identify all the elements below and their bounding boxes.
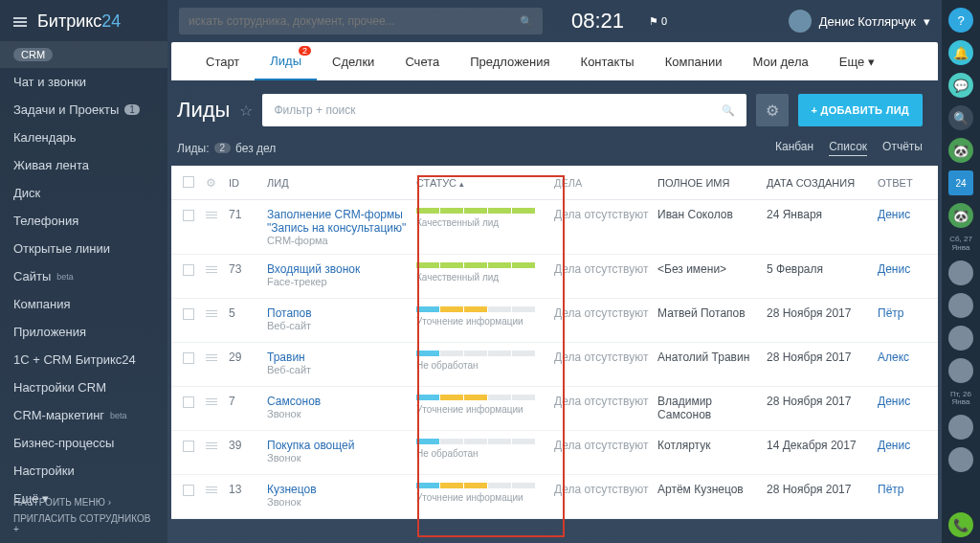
avatar[interactable]	[948, 415, 973, 440]
table-row[interactable]: 13КузнецовЗвонокУточнение информацииДела…	[171, 475, 938, 519]
responsible-link[interactable]: Денис	[878, 208, 910, 221]
avatar[interactable]	[948, 447, 973, 472]
tab[interactable]: Предложения	[455, 42, 565, 80]
tab[interactable]: Сделки	[317, 42, 390, 80]
filter-input[interactable]: Фильтр + поиск	[262, 94, 746, 126]
row-menu-icon[interactable]	[206, 485, 217, 495]
lead-link[interactable]: Входящий звонок	[267, 262, 411, 276]
status-bar[interactable]	[416, 262, 554, 268]
row-checkbox[interactable]	[183, 396, 194, 408]
row-menu-icon[interactable]	[206, 210, 217, 220]
lead-link[interactable]: Кузнецов	[267, 483, 411, 496]
status-bar[interactable]	[416, 439, 554, 444]
sidebar-item[interactable]: CRM	[0, 41, 167, 68]
sidebar-item[interactable]: Компания	[0, 290, 167, 318]
lead-link[interactable]: Заполнение CRM-формы "Запись на консульт…	[267, 208, 411, 235]
help-icon[interactable]: ?	[948, 8, 973, 33]
tab[interactable]: Мои дела	[737, 42, 823, 80]
row-checkbox[interactable]	[183, 264, 194, 276]
sidebar-item[interactable]: CRM-маркетингbeta	[0, 401, 167, 429]
row-menu-icon[interactable]	[206, 308, 217, 319]
sidebar-item[interactable]: Открытые линии	[0, 235, 167, 262]
bell-icon[interactable]: 🔔	[948, 40, 973, 65]
responsible-link[interactable]: Алекс	[878, 351, 909, 364]
tab[interactable]: Старт	[190, 42, 255, 80]
col-date[interactable]: ДАТА СОЗДАНИЯ	[767, 177, 878, 189]
sidebar-item[interactable]: Приложения	[0, 318, 167, 346]
star-icon[interactable]: ☆	[239, 102, 253, 120]
table-row[interactable]: 39Покупка овощейЗвонокНе обработанДела о…	[171, 431, 938, 475]
panda-icon-2[interactable]: 🐼	[948, 203, 973, 228]
status-bar[interactable]	[416, 306, 554, 312]
tab[interactable]: Счета	[390, 42, 455, 80]
row-checkbox[interactable]	[183, 352, 194, 364]
panda-icon[interactable]: 🐼	[948, 138, 973, 163]
sidebar-item[interactable]: Живая лента	[0, 151, 167, 179]
sidebar-item[interactable]: 1С + CRM Битрикс24	[0, 346, 167, 373]
avatar[interactable]	[948, 293, 973, 318]
table-row[interactable]: 29ТравинВеб-сайтНе обработанДела отсутст…	[171, 343, 938, 387]
responsible-link[interactable]: Пётр	[878, 306, 903, 320]
avatar[interactable]	[948, 326, 973, 351]
row-checkbox[interactable]	[183, 210, 194, 221]
col-deals[interactable]: ДЕЛА	[554, 177, 657, 189]
view-tab[interactable]: Отчёты	[882, 140, 923, 156]
add-lead-button[interactable]: + ДОБАВИТЬ ЛИД	[798, 94, 924, 126]
chat-icon[interactable]: 💬	[948, 73, 973, 98]
sidebar-item[interactable]: Сайтыbeta	[0, 262, 167, 290]
responsible-link[interactable]: Денис	[878, 395, 910, 408]
sidebar-item[interactable]: Задачи и Проекты1	[0, 96, 167, 124]
sidebar-item[interactable]: Календарь	[0, 124, 167, 151]
sidebar-item[interactable]: Настройки	[0, 457, 167, 485]
tab[interactable]: Еще ▾	[824, 42, 890, 80]
gear-icon[interactable]	[206, 177, 216, 189]
table-row[interactable]: 7СамсоновЗвонокУточнение информацииДела …	[171, 387, 938, 431]
status-bar[interactable]	[416, 208, 554, 214]
responsible-link[interactable]: Пётр	[878, 483, 903, 496]
sidebar-item[interactable]: Диск	[0, 179, 167, 207]
sidebar-item[interactable]: Настройки CRM	[0, 373, 167, 401]
notification-flag[interactable]: ⚑ 0	[649, 15, 667, 28]
tab[interactable]: Контакты	[566, 42, 650, 80]
lead-link[interactable]: Потапов	[267, 306, 411, 320]
row-checkbox[interactable]	[183, 485, 194, 496]
responsible-link[interactable]: Денис	[878, 262, 910, 276]
row-menu-icon[interactable]	[206, 441, 217, 451]
lead-link[interactable]: Травин	[267, 351, 411, 364]
row-checkbox[interactable]	[183, 441, 194, 452]
row-menu-icon[interactable]	[206, 396, 217, 407]
user-menu[interactable]: Денис Котлярчук ▾	[789, 10, 930, 33]
row-menu-icon[interactable]	[206, 352, 217, 363]
view-tab[interactable]: Канбан	[775, 140, 813, 156]
tab[interactable]: Компании	[650, 42, 738, 80]
sidebar-item[interactable]: Бизнес-процессы	[0, 429, 167, 457]
tab[interactable]: Лиды2	[255, 42, 317, 80]
search-input[interactable]	[189, 14, 520, 28]
search-rail-icon[interactable]: 🔍	[948, 105, 973, 130]
avatar[interactable]	[948, 260, 973, 285]
sidebar-item[interactable]: Чат и звонки	[0, 68, 167, 96]
sidebar-item[interactable]: Телефония	[0, 207, 167, 235]
invite-link[interactable]: ПРИГЛАСИТЬ СОТРУДНИКОВ +	[13, 510, 154, 537]
col-lead[interactable]: ЛИД	[267, 177, 411, 189]
responsible-link[interactable]: Денис	[878, 439, 910, 452]
lead-link[interactable]: Самсонов	[267, 395, 411, 408]
col-id[interactable]: ID	[229, 177, 267, 189]
row-menu-icon[interactable]	[206, 264, 217, 275]
row-checkbox[interactable]	[183, 308, 194, 320]
menu-icon[interactable]	[13, 15, 27, 29]
col-status[interactable]: СТАТУС	[411, 177, 554, 189]
status-bar[interactable]	[416, 483, 554, 488]
settings-button[interactable]: ⚙	[756, 94, 789, 126]
col-fullname[interactable]: ПОЛНОЕ ИМЯ	[657, 177, 767, 189]
table-row[interactable]: 71Заполнение CRM-формы "Запись на консул…	[171, 200, 938, 255]
badge-24[interactable]: 24	[948, 170, 973, 195]
status-bar[interactable]	[416, 351, 554, 356]
status-bar[interactable]	[416, 395, 554, 400]
avatar[interactable]	[948, 358, 973, 383]
view-tab[interactable]: Список	[829, 140, 867, 156]
global-search[interactable]	[179, 8, 543, 34]
table-row[interactable]: 73Входящий звонокFace-трекерКачественный…	[171, 255, 938, 299]
col-responsible[interactable]: ОТВЕТ	[878, 177, 918, 189]
configure-menu-link[interactable]: НАСТРОИТЬ МЕНЮ ›	[13, 494, 154, 510]
